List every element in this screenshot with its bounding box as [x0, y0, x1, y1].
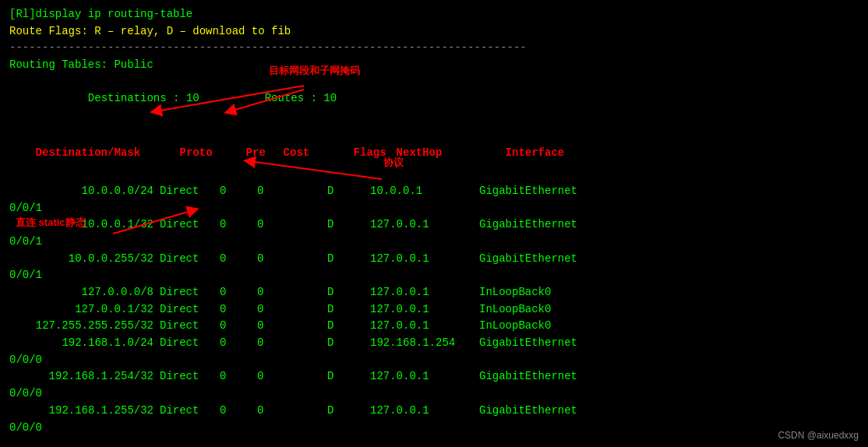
row-cost: 0 [257, 284, 327, 301]
row-flags: D [327, 403, 370, 420]
row-dest: 10.0.0.0/24 [9, 183, 153, 200]
row-iface: InLoopBack0 [479, 303, 551, 315]
row-pre: 0 [220, 183, 257, 200]
table-row: 127.0.0.0/8Direct00D127.0.0.1InLoopBack0 [9, 284, 859, 301]
routing-tables-label: Routing Tables: Public [9, 57, 859, 74]
row-proto: Direct [153, 251, 220, 268]
row-proto: Direct [153, 318, 220, 335]
row-nexthop: 127.0.0.1 [370, 284, 479, 301]
row-nexthop: 127.0.0.1 [370, 368, 479, 385]
row-cost: 0 [257, 335, 327, 352]
table-row-continuation: 0/0/0 [9, 420, 859, 437]
row-iface: InLoopBack0 [479, 319, 551, 332]
row-iface: GigabitEthernet [479, 336, 577, 349]
row-nexthop: 10.0.0.1 [370, 183, 479, 200]
row-dest: 192.168.1.255/32 [9, 403, 153, 420]
col-cost: Cost [284, 145, 354, 162]
table-row: 10.0.0.0/24Direct00D10.0.0.1GigabitEther… [9, 183, 859, 200]
table-row-continuation: 0/0/0 [9, 352, 859, 369]
row-dest: 192.168.1.254/32 [9, 368, 153, 385]
table-row-continuation: 0/0/1 [9, 200, 859, 217]
row-cost: 0 [257, 301, 327, 319]
row-iface: InLoopBack0 [479, 286, 551, 298]
row-nexthop: 127.0.0.1 [370, 251, 479, 268]
annotation-subnet: 目标网段和子网掩码 [269, 64, 360, 78]
row-flags: D [327, 301, 370, 319]
table-row: 192.168.1.0/24Direct00D192.168.1.254Giga… [9, 335, 859, 352]
annotation-protocol: 协议 [383, 156, 404, 170]
terminal: [Rl]display ip routing-table Route Flags… [0, 0, 868, 447]
col-interface: Interface [506, 146, 565, 159]
row-pre: 0 [220, 335, 257, 352]
row-iface: GigabitEthernet [479, 185, 577, 197]
route-flags: Route Flags: R – relay, D – download to … [9, 23, 859, 40]
row-proto: Direct [153, 284, 220, 301]
row-cost: 0 [257, 251, 327, 268]
row-nexthop: 127.0.0.1 [370, 318, 479, 335]
row-iface: GigabitEthernet [479, 404, 577, 417]
row-dest: 192.168.1.0/24 [9, 335, 153, 352]
annotation-direct: 直连 static静态 [16, 216, 86, 230]
row-dest: 10.0.0.255/32 [9, 251, 153, 268]
row-proto: Direct [153, 403, 220, 420]
row-flags: D [327, 318, 370, 335]
row-nexthop: 127.0.0.1 [370, 301, 479, 319]
row-flags: D [327, 335, 370, 352]
row-cost: 0 [257, 318, 327, 335]
row-pre: 0 [220, 301, 257, 319]
row-flags: D [327, 183, 370, 200]
row-iface: GigabitEthernet [479, 218, 577, 231]
table-row: 192.168.1.255/32Direct00D127.0.0.1Gigabi… [9, 403, 859, 420]
row-pre: 0 [220, 368, 257, 385]
row-flags: D [327, 284, 370, 301]
row-proto: Direct [153, 183, 220, 200]
table-row: 192.168.1.254/32Direct00D127.0.0.1Gigabi… [9, 368, 859, 385]
row-pre: 0 [220, 403, 257, 420]
command-line: [Rl]display ip routing-table [9, 6, 859, 23]
col-proto: Proto [180, 145, 246, 162]
watermark: CSDN @aixuedxxg [778, 430, 859, 441]
routing-rows: 10.0.0.0/24Direct00D10.0.0.1GigabitEther… [9, 183, 859, 436]
row-dest: 127.255.255.255/32 [9, 318, 153, 335]
destinations-label: Destinations : 10 Routes : 10 [36, 92, 337, 104]
table-row: 10.0.0.255/32Direct00D127.0.0.1GigabitEt… [9, 251, 859, 268]
row-flags: D [327, 216, 370, 234]
separator-line: ----------------------------------------… [9, 40, 859, 57]
row-nexthop: 192.168.1.254 [370, 335, 479, 352]
row-nexthop: 127.0.0.1 [370, 216, 479, 234]
row-pre: 0 [220, 216, 257, 234]
row-proto: Direct [153, 216, 220, 234]
row-flags: D [327, 251, 370, 268]
col-dest: Destination/Mask [36, 145, 180, 162]
row-iface: GigabitEthernet [479, 252, 577, 265]
table-row: 127.255.255.255/32Direct00D127.0.0.1InLo… [9, 318, 859, 335]
table-row: 127.0.0.1/32Direct00D127.0.0.1InLoopBack… [9, 301, 859, 319]
row-pre: 0 [220, 318, 257, 335]
row-cost: 0 [257, 216, 327, 234]
row-dest: 127.0.0.0/8 [9, 284, 153, 301]
row-proto: Direct [153, 335, 220, 352]
row-cost: 0 [257, 368, 327, 385]
row-cost: 0 [257, 183, 327, 200]
table-row-continuation: 0/0/1 [9, 267, 859, 284]
row-flags: D [327, 368, 370, 385]
table-row-continuation: 0/0/0 [9, 385, 859, 403]
row-cost: 0 [257, 403, 327, 420]
row-nexthop: 127.0.0.1 [370, 403, 479, 420]
table-row-continuation: 0/0/1 [9, 234, 859, 251]
col-nexthop: NextHop [397, 145, 506, 162]
row-pre: 0 [220, 284, 257, 301]
dest-routes-line: Destinations : 10 Routes : 10 [9, 74, 859, 125]
row-iface: GigabitEthernet [479, 370, 577, 382]
table-row: 10.0.0.1/32Direct00D127.0.0.1GigabitEthe… [9, 216, 859, 234]
row-pre: 0 [220, 251, 257, 268]
column-headers: Destination/MaskProtoPreCostFlagsNextHop… [9, 128, 859, 178]
col-pre: Pre [246, 145, 284, 162]
row-dest: 127.0.0.1/32 [9, 301, 153, 319]
row-proto: Direct [153, 301, 220, 319]
row-proto: Direct [153, 368, 220, 385]
